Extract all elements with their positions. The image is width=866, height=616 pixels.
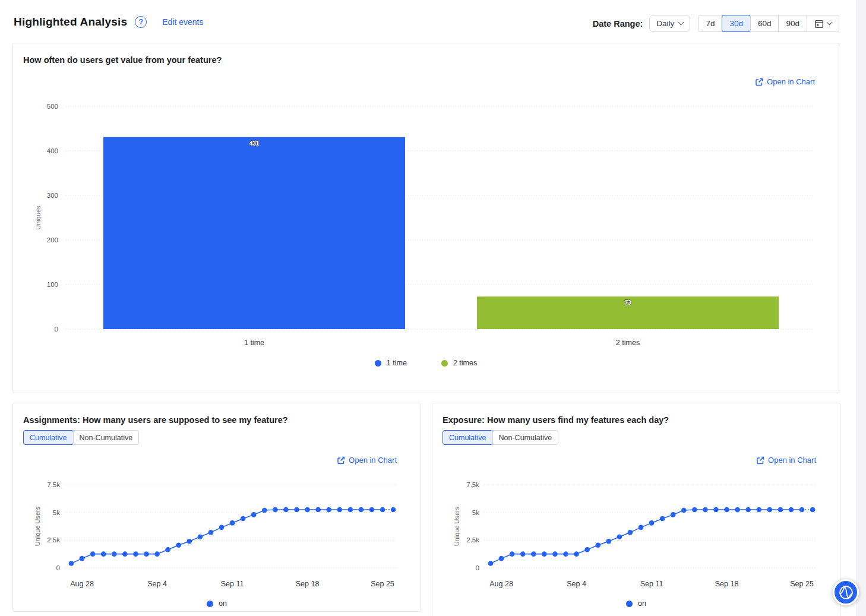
- svg-text:100: 100: [47, 281, 58, 288]
- chart-legend: on: [432, 599, 840, 608]
- page-scrollbar[interactable]: [856, 0, 866, 616]
- assignments-card: Assignments: How many users are supposed…: [12, 403, 421, 612]
- svg-text:0: 0: [55, 326, 58, 333]
- svg-text:2.5k: 2.5k: [47, 536, 60, 544]
- legend-label: on: [638, 599, 646, 608]
- exposure-line-chart[interactable]: 02.5k5k7.5kUnique UsersAug 28Sep 4Sep 11…: [432, 470, 841, 593]
- amplitude-assistant-button[interactable]: [833, 579, 859, 605]
- svg-text:400: 400: [47, 147, 58, 154]
- svg-text:0: 0: [56, 564, 60, 571]
- open-in-chart-link[interactable]: Open in Chart: [337, 456, 397, 465]
- svg-text:5k: 5k: [53, 509, 60, 516]
- svg-text:1 time: 1 time: [244, 339, 264, 347]
- page-header-left: Highlighted Analysis ? Edit events: [14, 15, 203, 29]
- external-link-icon: [756, 456, 764, 465]
- svg-text:Unique Users: Unique Users: [34, 506, 41, 546]
- legend-label: on: [219, 599, 227, 608]
- chevron-down-icon: [678, 20, 684, 26]
- svg-text:Sep 11: Sep 11: [221, 580, 244, 588]
- card-title: Exposure: How many users find my feature…: [443, 415, 669, 425]
- calendar-icon: [814, 19, 824, 29]
- value-frequency-bar-chart[interactable]: 0100200300400500Uniques4311 time732 time…: [13, 97, 840, 353]
- svg-text:2 times: 2 times: [616, 339, 640, 347]
- legend-dot-green: [441, 360, 448, 367]
- cumulative-option[interactable]: Cumulative: [443, 431, 492, 444]
- svg-text:5k: 5k: [472, 509, 479, 516]
- non-cumulative-option[interactable]: Non-Cumulative: [73, 431, 139, 444]
- open-in-chart-label: Open in Chart: [768, 456, 816, 465]
- range-60d-button[interactable]: 60d: [750, 15, 779, 31]
- open-in-chart-label: Open in Chart: [349, 456, 397, 465]
- value-frequency-card: How often do users get value from your f…: [12, 43, 839, 393]
- page-title: Highlighted Analysis: [14, 15, 127, 29]
- svg-text:Sep 25: Sep 25: [371, 580, 394, 588]
- external-link-icon: [755, 78, 763, 86]
- svg-text:Sep 25: Sep 25: [790, 580, 814, 588]
- svg-text:7.5k: 7.5k: [47, 481, 60, 488]
- open-in-chart-link[interactable]: Open in Chart: [755, 77, 815, 86]
- exposure-card: Exposure: How many users find my feature…: [432, 403, 840, 616]
- legend-dot-blue: [375, 360, 381, 367]
- chevron-down-icon: [827, 20, 833, 26]
- range-30d-button[interactable]: 30d: [722, 15, 750, 31]
- edit-events-link[interactable]: Edit events: [162, 17, 203, 27]
- legend-item-2-times[interactable]: 2 times: [441, 359, 477, 367]
- legend-label: 1 time: [387, 359, 407, 367]
- amplitude-logo-icon: [838, 585, 854, 601]
- granularity-dropdown[interactable]: Daily: [649, 15, 690, 32]
- date-range-label: Date Range:: [593, 19, 643, 29]
- svg-text:Unique Users: Unique Users: [453, 506, 460, 546]
- assignments-line-chart[interactable]: 02.5k5k7.5kUnique UsersAug 28Sep 4Sep 11…: [13, 470, 422, 593]
- granularity-value: Daily: [656, 19, 674, 28]
- svg-text:7.5k: 7.5k: [466, 481, 479, 488]
- card-title: Assignments: How many users are supposed…: [23, 415, 288, 425]
- svg-text:Sep 4: Sep 4: [147, 580, 167, 588]
- date-range-controls: Date Range: Daily 7d 30d 60d 90d: [593, 15, 839, 32]
- cumulative-toggle: Cumulative Non-Cumulative: [23, 430, 139, 445]
- svg-text:73: 73: [624, 299, 631, 306]
- svg-text:Sep 11: Sep 11: [640, 580, 663, 588]
- svg-text:431: 431: [249, 140, 260, 147]
- svg-text:Aug 28: Aug 28: [70, 580, 94, 588]
- svg-text:Sep 18: Sep 18: [715, 580, 739, 588]
- custom-date-button[interactable]: [807, 15, 839, 31]
- legend-label: 2 times: [453, 359, 477, 367]
- help-icon[interactable]: ?: [135, 16, 147, 28]
- open-in-chart-link[interactable]: Open in Chart: [756, 456, 816, 465]
- range-90d-button[interactable]: 90d: [778, 15, 807, 31]
- legend-item-1-time[interactable]: 1 time: [375, 359, 407, 367]
- svg-text:200: 200: [47, 236, 58, 244]
- range-7d-button[interactable]: 7d: [699, 15, 722, 31]
- legend-dot-blue: [207, 601, 213, 607]
- range-button-group: 7d 30d 60d 90d: [698, 15, 839, 32]
- chart-legend: on: [13, 599, 421, 608]
- non-cumulative-option[interactable]: Non-Cumulative: [492, 431, 558, 444]
- svg-text:0: 0: [476, 564, 479, 571]
- svg-text:2.5k: 2.5k: [466, 536, 479, 544]
- svg-text:Uniques: Uniques: [34, 206, 42, 230]
- legend-item-on[interactable]: on: [626, 599, 646, 608]
- card-title: How often do users get value from your f…: [23, 55, 222, 65]
- open-in-chart-label: Open in Chart: [767, 77, 815, 86]
- svg-text:Aug 28: Aug 28: [489, 580, 513, 588]
- legend-item-on[interactable]: on: [207, 599, 227, 608]
- legend-dot-blue: [626, 601, 633, 607]
- svg-text:Sep 18: Sep 18: [296, 580, 320, 588]
- svg-text:Sep 4: Sep 4: [567, 580, 586, 588]
- chart-legend: 1 time 2 times: [13, 359, 839, 367]
- cumulative-toggle: Cumulative Non-Cumulative: [443, 430, 558, 445]
- svg-text:500: 500: [47, 103, 58, 110]
- external-link-icon: [337, 456, 345, 465]
- cumulative-option[interactable]: Cumulative: [24, 431, 73, 444]
- svg-text:300: 300: [47, 192, 58, 199]
